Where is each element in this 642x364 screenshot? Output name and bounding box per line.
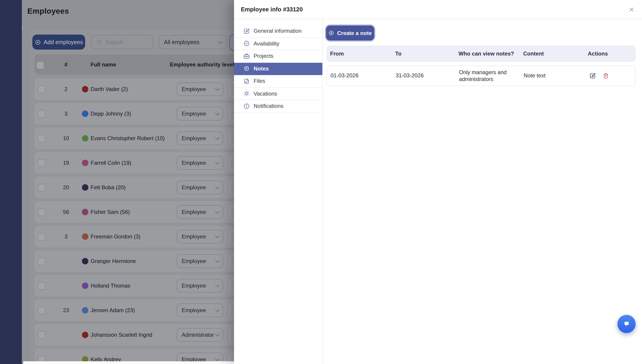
modal-nav-item-notifications[interactable]: Notifications	[234, 100, 322, 112]
col-number: #	[59, 54, 73, 74]
edit-icon	[243, 28, 250, 34]
create-note-button[interactable]: Create a note	[326, 26, 374, 40]
employee-avatar	[82, 282, 88, 289]
authority-select[interactable]: Administrator	[177, 328, 223, 342]
row-checkbox[interactable]	[38, 233, 46, 241]
chevron-down-icon	[215, 283, 220, 287]
plus-circle-icon	[329, 30, 334, 36]
row-checkbox[interactable]	[38, 135, 46, 142]
sidebar	[0, 0, 22, 364]
employee-name: Johansson Scarlett Ingrid	[91, 324, 152, 346]
authority-select[interactable]: Employee	[177, 279, 223, 292]
authority-select[interactable]: Employee	[177, 181, 223, 194]
employee-avatar	[82, 258, 88, 264]
modal-nav-item-availability[interactable]: Availability	[234, 38, 322, 50]
chevron-down-icon	[218, 39, 223, 44]
chevron-down-icon	[215, 111, 220, 115]
modal-nav-item-vacations[interactable]: Vacations	[234, 88, 322, 100]
employee-number: 56	[59, 201, 73, 223]
modal-nav-item-files[interactable]: Files	[234, 75, 322, 88]
authority-select[interactable]: Employee	[177, 254, 223, 268]
horizontal-scrollbar[interactable]	[23, 361, 234, 364]
employee-avatar	[82, 209, 88, 215]
col-from: From	[330, 46, 344, 62]
app-root: Employees Add employees Search All emplo…	[0, 0, 642, 364]
notes-icon	[243, 65, 250, 72]
modal-nav-label: Notes	[254, 66, 269, 72]
modal-nav-label: General information	[254, 28, 302, 34]
modal-title: Employee info #33120	[241, 6, 303, 13]
chat-widget-button[interactable]	[617, 315, 636, 333]
authority-value: Employee	[182, 184, 206, 191]
authority-select[interactable]: Employee	[177, 156, 223, 170]
authority-select[interactable]: Employee	[177, 107, 223, 120]
edit-note-button[interactable]	[589, 72, 596, 79]
search-placeholder: Search	[105, 39, 123, 45]
file-icon	[243, 78, 250, 85]
modal-nav-label: Notifications	[254, 103, 283, 110]
row-checkbox[interactable]	[38, 110, 46, 118]
authority-select[interactable]: Employee	[177, 132, 223, 145]
chevron-down-icon	[215, 307, 220, 312]
employee-number: 2	[59, 78, 73, 100]
chevron-down-icon	[215, 258, 220, 263]
authority-select[interactable]: Employee	[177, 304, 223, 317]
search-input[interactable]: Search	[91, 35, 154, 49]
row-checkbox[interactable]	[38, 159, 46, 167]
row-checkbox[interactable]	[38, 86, 46, 93]
employee-name: Evans Christopher Robert (10)	[91, 128, 165, 149]
employee-avatar	[82, 307, 88, 313]
sun-icon	[243, 90, 250, 97]
filter-value: All employees	[164, 39, 199, 45]
employee-name: Farrell Colin (19)	[91, 152, 131, 174]
search-icon	[96, 39, 102, 45]
row-checkbox[interactable]	[38, 184, 46, 192]
authority-value: Employee	[182, 258, 206, 264]
employee-name: Darth Vader (2)	[91, 78, 128, 100]
add-employees-button[interactable]: Add employees	[32, 34, 85, 50]
chevron-down-icon	[215, 160, 220, 164]
notes-icon	[243, 65, 250, 72]
authority-select[interactable]: Employee	[177, 205, 223, 219]
authority-select[interactable]: Employee	[177, 82, 223, 96]
chevron-down-icon	[215, 86, 220, 91]
chevron-down-icon	[215, 356, 220, 361]
delete-note-button[interactable]	[602, 72, 609, 79]
employee-name: Fisher Sam (56)	[91, 201, 130, 223]
employee-info-modal: Employee info #33120 General information…	[234, 0, 642, 364]
modal-nav-item-projects[interactable]: Projects	[234, 50, 322, 62]
row-checkbox[interactable]	[38, 208, 46, 216]
modal-nav: General information Availability Project…	[234, 19, 323, 364]
authority-value: Employee	[182, 234, 206, 240]
briefcase-icon	[243, 53, 250, 60]
modal-nav-item-general-information[interactable]: General information	[234, 25, 322, 38]
row-checkbox[interactable]	[38, 258, 46, 265]
authority-select[interactable]: Employee	[177, 230, 223, 244]
chevron-down-icon	[215, 135, 220, 140]
employee-name: Freeman Gordon (3)	[91, 226, 141, 248]
col-to: To	[395, 46, 402, 62]
employee-name: Fett Boba (20)	[91, 176, 126, 198]
employee-avatar	[82, 160, 88, 166]
modal-nav-item-notes[interactable]: Notes	[234, 62, 322, 75]
row-checkbox[interactable]	[38, 282, 46, 290]
edit-icon	[589, 72, 596, 79]
close-icon[interactable]	[628, 6, 635, 13]
chevron-down-icon	[215, 184, 220, 189]
modal-nav-label: Availability	[254, 40, 279, 47]
col-full-name: Full name	[91, 54, 116, 74]
row-checkbox[interactable]	[38, 331, 46, 339]
select-all-checkbox[interactable]	[37, 61, 44, 69]
employee-avatar	[82, 135, 88, 141]
note-from: 01-03-2026	[331, 66, 359, 86]
chevron-down-icon	[215, 209, 220, 214]
sun-icon	[243, 90, 250, 97]
authority-value: Employee	[182, 135, 206, 142]
employee-avatar	[82, 332, 88, 338]
employee-number: 19	[59, 152, 73, 174]
note-to: 31-03-2026	[396, 66, 424, 86]
employee-filter-select[interactable]: All employees	[159, 35, 227, 49]
employee-name: Depp Johnny (3)	[91, 103, 131, 125]
row-checkbox[interactable]	[38, 307, 46, 314]
trash-icon	[602, 72, 609, 79]
